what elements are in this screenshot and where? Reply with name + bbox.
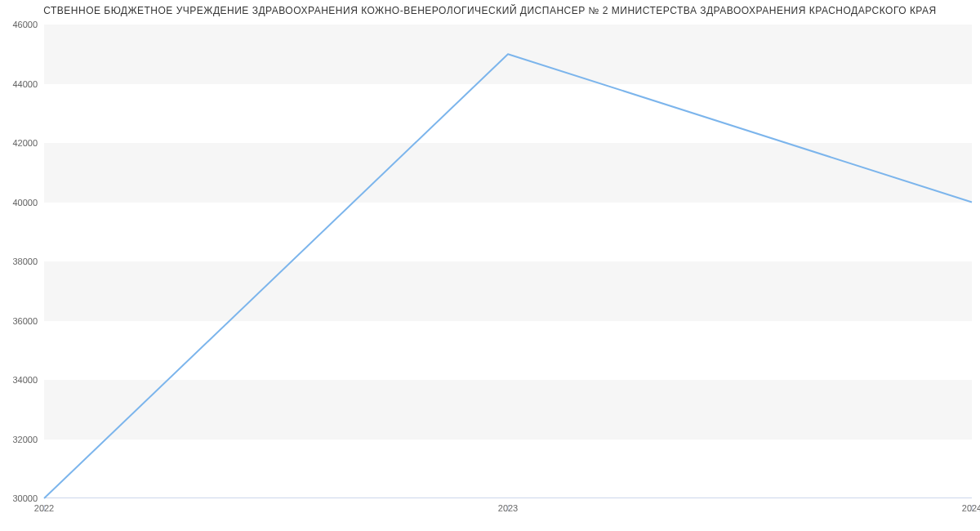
y-tick-label: 36000: [12, 316, 44, 326]
x-tick-label: 2023: [498, 498, 518, 513]
x-tick-label: 2022: [34, 498, 54, 513]
series-line: [44, 54, 972, 498]
x-tick-label: 2024: [962, 498, 980, 513]
line-chart: СТВЕННОЕ БЮДЖЕТНОЕ УЧРЕЖДЕНИЕ ЗДРАВООХРА…: [0, 0, 980, 531]
data-series: [44, 25, 972, 498]
y-tick-label: 38000: [12, 257, 44, 266]
plot-area: 3000032000340003600038000400004200044000…: [44, 25, 972, 498]
chart-title: СТВЕННОЕ БЮДЖЕТНОЕ УЧРЕЖДЕНИЕ ЗДРАВООХРА…: [0, 5, 980, 16]
y-tick-label: 42000: [12, 138, 44, 148]
y-tick-label: 46000: [12, 20, 44, 29]
y-tick-label: 40000: [12, 198, 44, 207]
y-tick-label: 32000: [12, 435, 44, 444]
y-tick-label: 44000: [12, 79, 44, 89]
y-tick-label: 34000: [12, 375, 44, 385]
